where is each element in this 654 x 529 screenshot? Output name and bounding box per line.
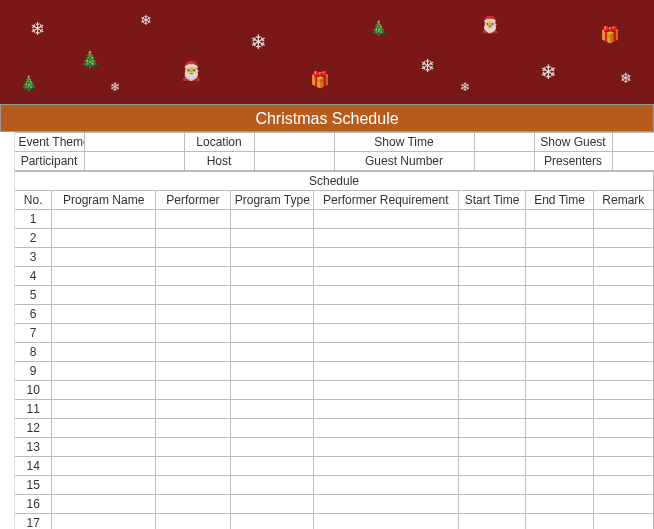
cell-performer-requirement[interactable] (313, 362, 458, 381)
cell-performer[interactable] (156, 248, 231, 267)
cell-program-name[interactable] (52, 457, 156, 476)
cell-performer-requirement[interactable] (313, 419, 458, 438)
cell-no[interactable]: 13 (15, 438, 52, 457)
cell-program-type[interactable] (230, 362, 313, 381)
cell-program-name[interactable] (52, 343, 156, 362)
cell-performer[interactable] (156, 438, 231, 457)
cell-no[interactable]: 15 (15, 476, 52, 495)
cell-program-type[interactable] (230, 305, 313, 324)
cell-start-time[interactable] (458, 419, 525, 438)
guest-number-value[interactable] (474, 152, 534, 171)
cell-end-time[interactable] (526, 457, 593, 476)
cell-performer[interactable] (156, 229, 231, 248)
cell-program-type[interactable] (230, 400, 313, 419)
cell-remark[interactable] (593, 286, 653, 305)
cell-end-time[interactable] (526, 495, 593, 514)
cell-performer-requirement[interactable] (313, 267, 458, 286)
cell-program-name[interactable] (52, 495, 156, 514)
cell-program-name[interactable] (52, 324, 156, 343)
cell-performer-requirement[interactable] (313, 381, 458, 400)
cell-performer-requirement[interactable] (313, 476, 458, 495)
cell-no[interactable]: 16 (15, 495, 52, 514)
cell-remark[interactable] (593, 495, 653, 514)
cell-performer[interactable] (156, 286, 231, 305)
cell-no[interactable]: 8 (15, 343, 52, 362)
cell-no[interactable]: 1 (15, 210, 52, 229)
cell-remark[interactable] (593, 343, 653, 362)
cell-no[interactable]: 2 (15, 229, 52, 248)
cell-end-time[interactable] (526, 514, 593, 530)
cell-remark[interactable] (593, 229, 653, 248)
cell-start-time[interactable] (458, 438, 525, 457)
cell-no[interactable]: 4 (15, 267, 52, 286)
cell-end-time[interactable] (526, 438, 593, 457)
cell-start-time[interactable] (458, 286, 525, 305)
event-theme-value[interactable] (84, 133, 184, 152)
cell-remark[interactable] (593, 476, 653, 495)
cell-program-name[interactable] (52, 286, 156, 305)
cell-program-name[interactable] (52, 248, 156, 267)
cell-program-name[interactable] (52, 305, 156, 324)
cell-performer[interactable] (156, 476, 231, 495)
cell-start-time[interactable] (458, 248, 525, 267)
cell-end-time[interactable] (526, 476, 593, 495)
cell-start-time[interactable] (458, 495, 525, 514)
cell-remark[interactable] (593, 419, 653, 438)
cell-start-time[interactable] (458, 381, 525, 400)
cell-start-time[interactable] (458, 514, 525, 530)
cell-program-type[interactable] (230, 457, 313, 476)
cell-performer[interactable] (156, 457, 231, 476)
cell-performer[interactable] (156, 381, 231, 400)
cell-program-type[interactable] (230, 324, 313, 343)
cell-end-time[interactable] (526, 419, 593, 438)
cell-start-time[interactable] (458, 267, 525, 286)
cell-performer-requirement[interactable] (313, 343, 458, 362)
cell-no[interactable]: 17 (15, 514, 52, 530)
cell-performer-requirement[interactable] (313, 495, 458, 514)
cell-performer-requirement[interactable] (313, 248, 458, 267)
cell-performer-requirement[interactable] (313, 457, 458, 476)
cell-remark[interactable] (593, 381, 653, 400)
cell-remark[interactable] (593, 457, 653, 476)
cell-end-time[interactable] (526, 305, 593, 324)
cell-program-name[interactable] (52, 362, 156, 381)
cell-start-time[interactable] (458, 324, 525, 343)
cell-end-time[interactable] (526, 400, 593, 419)
cell-program-type[interactable] (230, 286, 313, 305)
cell-program-name[interactable] (52, 476, 156, 495)
cell-remark[interactable] (593, 248, 653, 267)
cell-performer[interactable] (156, 495, 231, 514)
cell-performer[interactable] (156, 343, 231, 362)
cell-remark[interactable] (593, 362, 653, 381)
cell-remark[interactable] (593, 514, 653, 530)
cell-performer[interactable] (156, 210, 231, 229)
cell-end-time[interactable] (526, 343, 593, 362)
cell-no[interactable]: 6 (15, 305, 52, 324)
cell-performer[interactable] (156, 305, 231, 324)
cell-no[interactable]: 14 (15, 457, 52, 476)
cell-program-name[interactable] (52, 419, 156, 438)
cell-no[interactable]: 12 (15, 419, 52, 438)
cell-program-type[interactable] (230, 495, 313, 514)
cell-no[interactable]: 11 (15, 400, 52, 419)
cell-no[interactable]: 10 (15, 381, 52, 400)
cell-program-name[interactable] (52, 400, 156, 419)
cell-program-type[interactable] (230, 267, 313, 286)
cell-program-type[interactable] (230, 514, 313, 530)
cell-program-type[interactable] (230, 438, 313, 457)
cell-program-name[interactable] (52, 514, 156, 530)
cell-program-name[interactable] (52, 210, 156, 229)
cell-end-time[interactable] (526, 267, 593, 286)
cell-no[interactable]: 7 (15, 324, 52, 343)
cell-end-time[interactable] (526, 286, 593, 305)
cell-end-time[interactable] (526, 210, 593, 229)
presenters-value[interactable] (612, 152, 654, 171)
cell-start-time[interactable] (458, 305, 525, 324)
cell-end-time[interactable] (526, 381, 593, 400)
cell-no[interactable]: 3 (15, 248, 52, 267)
cell-remark[interactable] (593, 438, 653, 457)
cell-program-type[interactable] (230, 229, 313, 248)
cell-program-type[interactable] (230, 381, 313, 400)
cell-start-time[interactable] (458, 229, 525, 248)
show-guest-value[interactable] (612, 133, 654, 152)
